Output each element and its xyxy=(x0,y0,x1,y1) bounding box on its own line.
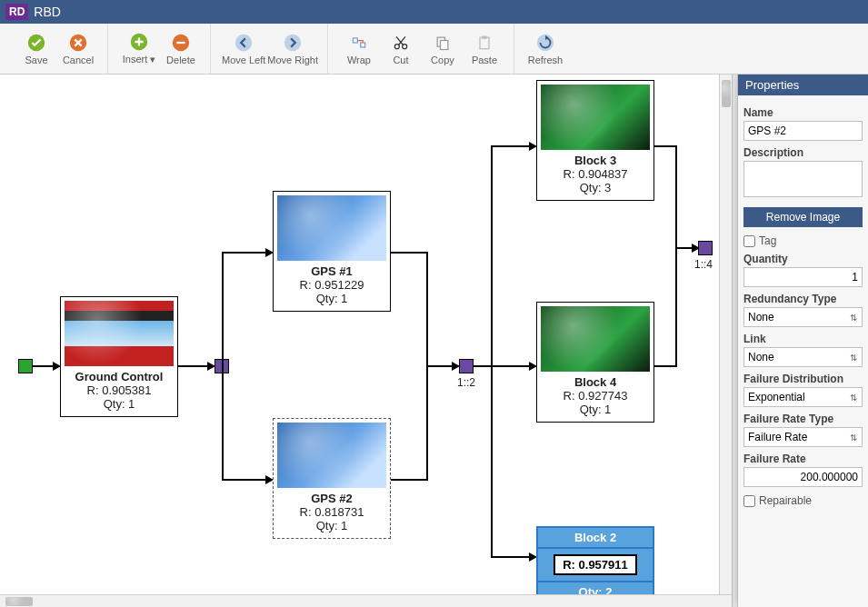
save-button[interactable]: Save xyxy=(16,27,56,71)
block-2[interactable]: Block 2 R: 0.957911 Qty: 2 xyxy=(536,526,654,603)
junction-label-2: 1::4 xyxy=(694,258,713,271)
delete-button[interactable]: Delete xyxy=(161,27,201,71)
canvas[interactable]: Ground Control R: 0.905381 Qty: 1 GPS #1… xyxy=(0,75,732,607)
properties-panel: Properties Name Description Remove Image… xyxy=(737,75,868,607)
failure-dist-select[interactable]: Exponential xyxy=(743,387,863,407)
block-4[interactable]: Block 4 R: 0.927743 Qty: 1 xyxy=(536,302,654,423)
thumb-cpu xyxy=(277,195,386,261)
svg-rect-12 xyxy=(480,37,489,48)
tag-label: Tag xyxy=(759,234,776,247)
link-select[interactable]: None xyxy=(743,347,863,367)
quantity-label: Quantity xyxy=(743,253,863,265)
toolbar: Save Cancel Insert ▾ Delete Move Left Mo… xyxy=(0,24,868,75)
junction-node-3[interactable] xyxy=(698,241,713,255)
svg-rect-13 xyxy=(482,35,486,38)
redundancy-label: Redundancy Type xyxy=(743,293,863,305)
block-ground-control[interactable]: Ground Control R: 0.905381 Qty: 1 xyxy=(60,296,178,417)
cancel-icon xyxy=(68,33,88,53)
repairable-label: Repairable xyxy=(759,494,812,507)
paste-icon xyxy=(474,33,494,53)
refresh-icon xyxy=(535,33,555,53)
name-label: Name xyxy=(743,106,863,119)
description-label: Description xyxy=(743,146,863,159)
name-input[interactable] xyxy=(743,121,863,141)
svg-rect-6 xyxy=(353,38,357,43)
plus-icon xyxy=(129,32,149,52)
thumb-pcb xyxy=(541,306,650,372)
svg-point-5 xyxy=(284,34,301,50)
block-gps1[interactable]: GPS #1 R: 0.951229 Qty: 1 xyxy=(273,191,391,312)
insert-button[interactable]: Insert ▾ xyxy=(119,27,159,71)
tag-checkbox[interactable] xyxy=(743,235,755,247)
svg-rect-7 xyxy=(361,43,365,47)
refresh-button[interactable]: Refresh xyxy=(525,27,565,71)
wrap-icon xyxy=(349,33,369,53)
failure-rate-input[interactable] xyxy=(743,467,863,487)
arrow-left-icon xyxy=(234,33,254,53)
junction-node-2[interactable] xyxy=(459,359,474,373)
wrap-button[interactable]: Wrap xyxy=(339,27,379,71)
app-logo: RD xyxy=(5,4,28,20)
properties-header: Properties xyxy=(738,75,868,95)
cancel-button[interactable]: Cancel xyxy=(58,27,98,71)
link-label: Link xyxy=(743,333,863,345)
vertical-scrollbar[interactable] xyxy=(719,75,732,594)
move-left-button[interactable]: Move Left xyxy=(222,27,265,71)
move-right-button[interactable]: Move Right xyxy=(267,27,318,71)
repairable-checkbox[interactable] xyxy=(743,495,755,507)
copy-button[interactable]: Copy xyxy=(423,27,463,71)
failure-rate-type-select[interactable]: Failure Rate xyxy=(743,427,863,447)
app-title: RBD xyxy=(34,5,61,19)
horizontal-scrollbar[interactable] xyxy=(0,594,732,607)
cut-button[interactable]: Cut xyxy=(381,27,421,71)
remove-image-button[interactable]: Remove Image xyxy=(743,207,863,227)
titlebar: RD RBD xyxy=(0,0,868,24)
description-input[interactable] xyxy=(743,161,863,197)
minus-icon xyxy=(171,33,191,53)
failure-rate-type-label: Failure Rate Type xyxy=(743,413,863,425)
block-3[interactable]: Block 3 R: 0.904837 Qty: 3 xyxy=(536,80,654,201)
redundancy-select[interactable]: None xyxy=(743,307,863,327)
block-gps2[interactable]: GPS #2 R: 0.818731 Qty: 1 xyxy=(273,418,391,539)
failure-dist-label: Failure Distribution xyxy=(743,373,863,385)
junction-label-1: 1::2 xyxy=(457,376,475,389)
svg-point-4 xyxy=(235,34,252,50)
thumb-cpu xyxy=(277,423,386,488)
copy-icon xyxy=(433,33,453,53)
thumb-drone xyxy=(65,301,174,366)
scissors-icon xyxy=(391,33,411,53)
check-icon xyxy=(26,33,46,53)
thumb-pcb xyxy=(541,85,650,150)
quantity-input[interactable] xyxy=(743,267,863,287)
svg-rect-11 xyxy=(440,40,447,49)
start-node[interactable] xyxy=(18,359,33,373)
arrow-right-icon xyxy=(283,33,303,53)
failure-rate-label: Failure Rate xyxy=(743,453,863,465)
paste-button[interactable]: Paste xyxy=(464,27,504,71)
